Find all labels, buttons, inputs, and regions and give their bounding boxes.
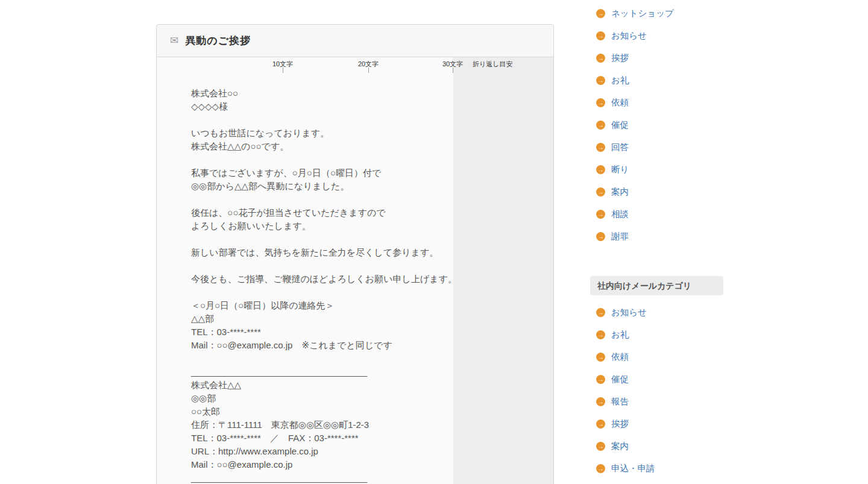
arrow-right-icon: → bbox=[596, 54, 605, 63]
page-title: 異動のご挨拶 bbox=[185, 34, 251, 48]
sidebar-item-irai[interactable]: → 依頼 bbox=[590, 92, 735, 114]
sidebar-item-shazai[interactable]: → 謝罪 bbox=[590, 225, 735, 248]
sidebar-item-label: お知らせ bbox=[611, 30, 647, 42]
ruler-tick-20 bbox=[368, 68, 369, 73]
email-template-panel: ✉ 異動のご挨拶 10文字 20文字 30文字 折り返し目安 株式会社○○ ◇◇… bbox=[156, 24, 554, 484]
ruler-tick-10 bbox=[283, 68, 283, 73]
ruler-tick-30 bbox=[453, 68, 453, 73]
sidebar-item-label: 断り bbox=[611, 164, 629, 175]
sidebar-item-label: 申込・申請 bbox=[611, 463, 655, 474]
sidebar-item-label: 挨拶 bbox=[611, 52, 629, 64]
character-ruler: 10文字 20文字 30文字 折り返し目安 bbox=[157, 57, 553, 74]
sidebar-item-label: 謝罪 bbox=[611, 231, 629, 242]
arrow-right-icon: → bbox=[596, 121, 605, 130]
external-mail-category-list: → ネットショップ → お知らせ → 挨拶 → お礼 → 依頼 → 催促 bbox=[590, 2, 735, 248]
sidebar-item-internal-orei[interactable]: → お礼 bbox=[590, 324, 735, 346]
sidebar-item-orei[interactable]: → お礼 bbox=[590, 69, 735, 92]
sidebar-item-internal-aisatsu[interactable]: → 挨拶 bbox=[590, 413, 735, 435]
sidebar-item-label: ネットショップ bbox=[611, 8, 674, 19]
arrow-right-icon: → bbox=[596, 143, 605, 152]
arrow-right-icon: → bbox=[596, 330, 605, 339]
sidebar-item-internal-moushikomi[interactable]: → 申込・申請 bbox=[590, 457, 735, 480]
arrow-right-icon: → bbox=[596, 232, 605, 241]
internal-mail-category-heading: 社内向けメールカテゴリ bbox=[590, 276, 723, 295]
email-body-text: 株式会社○○ ◇◇◇◇様 いつもお世話になっております。 株式会社△△の○○です… bbox=[157, 74, 553, 484]
arrow-right-icon: → bbox=[596, 98, 605, 107]
sidebar-item-label: 挨拶 bbox=[611, 418, 629, 430]
email-preview-area: 10文字 20文字 30文字 折り返し目安 株式会社○○ ◇◇◇◇様 いつもお世… bbox=[157, 57, 553, 484]
arrow-right-icon: → bbox=[596, 397, 605, 406]
arrow-right-icon: → bbox=[596, 210, 605, 219]
arrow-right-icon: → bbox=[596, 187, 605, 196]
arrow-right-icon: → bbox=[596, 375, 605, 384]
panel-header: ✉ 異動のご挨拶 bbox=[157, 25, 553, 57]
sidebar-item-label: 依頼 bbox=[611, 351, 629, 363]
sidebar-item-internal-saisoku[interactable]: → 催促 bbox=[590, 368, 735, 391]
internal-mail-category-list: → お知らせ → お礼 → 依頼 → 催促 → 報告 → 挨拶 bbox=[590, 301, 735, 480]
sidebar-item-label: お知らせ bbox=[611, 307, 647, 318]
sidebar-item-label: 案内 bbox=[611, 186, 629, 198]
arrow-right-icon: → bbox=[596, 420, 605, 429]
sidebar-item-netshop[interactable]: → ネットショップ bbox=[590, 2, 735, 25]
sidebar-item-aisatsu[interactable]: → 挨拶 bbox=[590, 47, 735, 69]
sidebar-item-kotowari[interactable]: → 断り bbox=[590, 159, 735, 181]
category-sidebar: → ネットショップ → お知らせ → 挨拶 → お礼 → 依頼 → 催促 bbox=[590, 2, 735, 480]
arrow-right-icon: → bbox=[596, 464, 605, 473]
sidebar-item-soudan[interactable]: → 相談 bbox=[590, 203, 735, 225]
sidebar-item-label: 回答 bbox=[611, 142, 629, 153]
sidebar-item-annai[interactable]: → 案内 bbox=[590, 181, 735, 203]
arrow-right-icon: → bbox=[596, 9, 605, 18]
arrow-right-icon: → bbox=[596, 165, 605, 174]
sidebar-item-saisoku[interactable]: → 催促 bbox=[590, 114, 735, 136]
sidebar-item-internal-annai[interactable]: → 案内 bbox=[590, 435, 735, 457]
sidebar-item-internal-oshirase[interactable]: → お知らせ bbox=[590, 301, 735, 324]
arrow-right-icon: → bbox=[596, 442, 605, 451]
sidebar-item-label: 催促 bbox=[611, 374, 629, 385]
arrow-right-icon: → bbox=[596, 353, 605, 362]
envelope-icon: ✉ bbox=[170, 36, 178, 46]
sidebar-item-label: 相談 bbox=[611, 209, 629, 220]
sidebar-item-label: 催促 bbox=[611, 119, 629, 131]
sidebar-item-label: お礼 bbox=[611, 329, 629, 341]
arrow-right-icon: → bbox=[596, 76, 605, 85]
sidebar-item-internal-irai[interactable]: → 依頼 bbox=[590, 346, 735, 368]
sidebar-item-kaitou[interactable]: → 回答 bbox=[590, 136, 735, 159]
sidebar-item-internal-houkoku[interactable]: → 報告 bbox=[590, 391, 735, 413]
sidebar-item-label: お礼 bbox=[611, 75, 629, 86]
arrow-right-icon: → bbox=[596, 308, 605, 317]
sidebar-item-label: 案内 bbox=[611, 441, 629, 452]
sidebar-item-label: 依頼 bbox=[611, 97, 629, 108]
sidebar-item-oshirase[interactable]: → お知らせ bbox=[590, 25, 735, 47]
wrap-guide-label: 折り返し目安 bbox=[473, 60, 513, 69]
arrow-right-icon: → bbox=[596, 31, 605, 40]
sidebar-item-label: 報告 bbox=[611, 396, 629, 407]
page: ✉ 異動のご挨拶 10文字 20文字 30文字 折り返し目安 株式会社○○ ◇◇… bbox=[0, 0, 868, 484]
